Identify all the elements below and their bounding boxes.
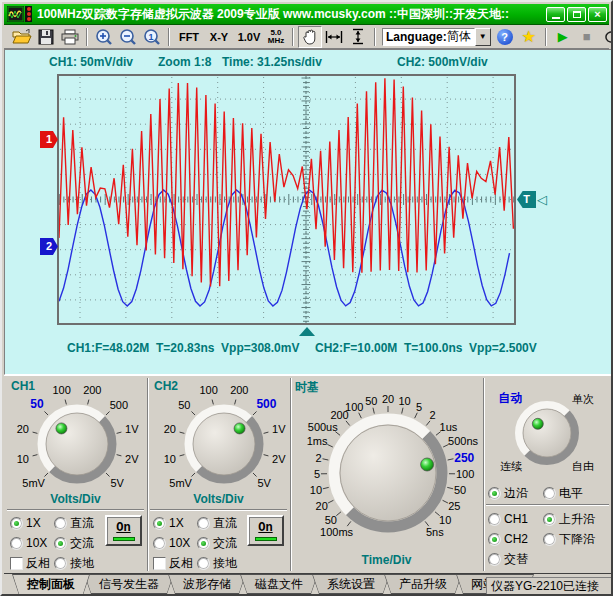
timebase-knob-label: 250 xyxy=(454,450,474,464)
ch2-on-button[interactable]: On xyxy=(247,515,284,546)
ch2-coupling-ac-radio[interactable] xyxy=(197,537,210,550)
open-file-icon[interactable] xyxy=(10,26,34,48)
ch1-position-marker[interactable]: 1 xyxy=(40,131,58,148)
freq-cal-button[interactable]: 5.0MHz xyxy=(264,26,288,48)
tab-label: 控制面板 xyxy=(13,575,89,594)
ch1-probe-10x-radio[interactable] xyxy=(10,537,23,550)
ch2-position-marker[interactable]: 2 xyxy=(40,238,58,255)
timebase-knob-label: 50 xyxy=(365,395,377,407)
favorite-star-icon[interactable]: ★ xyxy=(517,26,541,48)
timebase-panel-title: 时基 xyxy=(295,379,319,396)
tab-label: 磁盘文件 xyxy=(241,575,317,593)
ch1-on-button[interactable]: On xyxy=(105,515,142,546)
timebase-knob[interactable] xyxy=(340,425,436,521)
trigger-source-alt-radio[interactable] xyxy=(488,553,501,566)
ch2-coupling-gnd-radio[interactable] xyxy=(197,557,210,570)
zoom-readout: Zoom 1:8 xyxy=(158,55,211,69)
timebase-knob-label: 50 xyxy=(454,484,466,496)
ch1-volts-knob-label: 2V xyxy=(125,452,138,464)
timebase-knob-label: 100ms xyxy=(320,526,353,538)
zoom-out-icon[interactable] xyxy=(116,26,140,48)
trigger-mode-knob-label: 连续 xyxy=(500,459,522,474)
control-panel: CH1 CH2 时基 Volts/Div Volts/Div Time/Div … xyxy=(4,375,613,573)
run-button[interactable]: ▶ xyxy=(551,26,575,48)
timebase-knob-label: 10 xyxy=(398,395,410,407)
trigger-source-ch1-radio[interactable] xyxy=(488,513,501,526)
ch2-panel-title: CH2 xyxy=(154,379,178,393)
minimize-button[interactable] xyxy=(546,7,565,22)
v-measure-icon[interactable] xyxy=(346,26,370,48)
h-measure-icon[interactable] xyxy=(322,26,346,48)
ch1-volts-knob[interactable] xyxy=(46,413,108,475)
ch2-volts-knob-label: 50 xyxy=(178,398,190,410)
stop-button[interactable]: ■ xyxy=(575,26,599,48)
language-combobox[interactable]: Language:简体 ▼ xyxy=(382,28,491,46)
trigger-position-marker[interactable] xyxy=(299,327,315,336)
timebase-knob-label: 20 xyxy=(316,500,328,512)
ch2-probe-1x-radio[interactable] xyxy=(153,517,166,530)
tab-label: 信号发生器 xyxy=(85,575,173,593)
hand-tool-button[interactable] xyxy=(298,26,322,48)
ch2-volts-knob-label: 2V xyxy=(272,452,285,464)
trigger-mode-knob[interactable] xyxy=(523,409,571,457)
trigger-mode-knob-label: 单次 xyxy=(572,392,594,407)
ch2-probe-10x-radio[interactable] xyxy=(153,537,166,550)
fft-button[interactable]: FFT xyxy=(174,26,204,48)
refresh-button[interactable] xyxy=(599,26,613,48)
ch2-volts-knob-label: 200 xyxy=(230,384,248,396)
led-strip-icon xyxy=(25,6,32,22)
ch1-measurements: CH1:F=48.02M T=20.83ns Vpp=308.0mV xyxy=(67,341,299,355)
app-window: 100MHz双踪数字存储虚拟示波器 2009专业版 www.mcusky.com… xyxy=(0,0,613,596)
waveform-plot[interactable] xyxy=(57,74,516,325)
xy-mode-button[interactable]: X-Y xyxy=(204,26,234,48)
tab-1[interactable]: 控制面板 xyxy=(12,574,90,595)
trigger-level-marker[interactable]: T xyxy=(517,191,536,208)
ch1-volts-knob-label: 20 xyxy=(17,423,29,435)
bottom-tab-bar: 控制面板信号发生器波形存储磁盘文件系统设置产品升级网站信息仪器YG-2210已连… xyxy=(4,573,613,596)
tab-3[interactable]: 波形存储 xyxy=(168,574,246,594)
ch2-invert-checkbox[interactable] xyxy=(153,557,166,570)
save-icon[interactable] xyxy=(34,26,58,48)
ch2-coupling-dc-radio[interactable] xyxy=(197,517,210,530)
ch2-volts-knob-label: 500 xyxy=(256,397,276,411)
trigger-slope-rising-radio[interactable] xyxy=(543,513,556,526)
help-button[interactable]: ? xyxy=(493,26,517,48)
ch1-coupling-gnd-radio[interactable] xyxy=(54,557,67,570)
tab-label: 产品升级 xyxy=(385,575,461,593)
tab-4[interactable]: 磁盘文件 xyxy=(240,574,318,594)
volt-cal-button[interactable]: 1.0V xyxy=(234,26,264,48)
time-div-caption: Time/Div xyxy=(290,553,483,567)
scope-display: CH1: 50mV/div Zoom 1:8 Time: 31.25ns/div… xyxy=(4,49,613,375)
ch1-trace xyxy=(59,78,513,286)
ch2-scale-readout: CH2: 500mV/div xyxy=(397,55,488,69)
ch1-scale-readout: CH1: 50mV/div xyxy=(49,55,133,69)
trigger-level-radio[interactable] xyxy=(543,487,556,500)
trigger-source-ch2-radio[interactable] xyxy=(488,533,501,546)
timebase-knob-label: 500us xyxy=(308,421,338,433)
status-connected: 仪器YG-2210已连接 xyxy=(486,577,612,595)
ch1-volts-knob-label: 100 xyxy=(52,384,70,396)
close-button[interactable]: × xyxy=(588,7,607,22)
ch1-coupling-ac-radio[interactable] xyxy=(54,537,67,550)
maximize-button[interactable] xyxy=(567,7,586,22)
ch1-invert-checkbox[interactable] xyxy=(10,557,23,570)
zoom-reset-icon[interactable]: 1 xyxy=(140,26,164,48)
tab-5[interactable]: 系统设置 xyxy=(312,574,390,594)
ch2-measurements: CH2:F=10.00M T=100.0ns Vpp=2.500V xyxy=(315,341,537,355)
trigger-slope-falling-radio[interactable] xyxy=(543,533,556,546)
print-icon[interactable] xyxy=(58,26,82,48)
ch1-volts-knob-label: 500 xyxy=(110,398,128,410)
tab-2[interactable]: 信号发生器 xyxy=(84,574,174,594)
window-title: 100MHz双踪数字存储虚拟示波器 2009专业版 www.mcusky.com… xyxy=(37,6,544,23)
timebase-knob-label: 500ns xyxy=(448,435,478,447)
ch2-volts-knob[interactable] xyxy=(193,413,255,475)
ch1-volts-knob-label: 200 xyxy=(83,384,101,396)
tab-6[interactable]: 产品升级 xyxy=(384,574,462,594)
zoom-in-icon[interactable] xyxy=(92,26,116,48)
ch1-probe-1x-radio[interactable] xyxy=(10,517,23,530)
language-dropdown-arrow[interactable]: ▼ xyxy=(475,28,491,46)
trigger-edge-radio[interactable] xyxy=(488,487,501,500)
ch1-coupling-dc-radio[interactable] xyxy=(54,517,67,530)
timebase-knob-label: 5ns xyxy=(426,526,444,538)
trigger-mode-knob-label: 自动 xyxy=(498,390,522,407)
